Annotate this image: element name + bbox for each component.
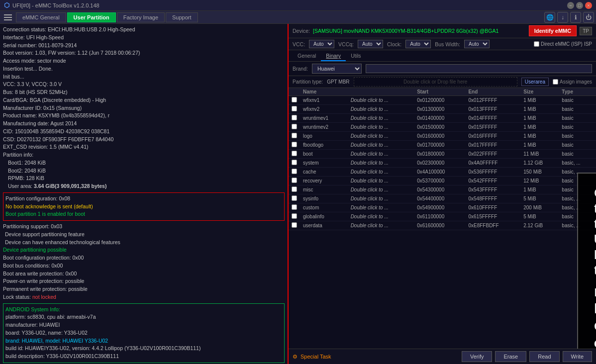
partition-action[interactable]: Double click to ... bbox=[348, 159, 414, 168]
identify-emmc-button[interactable]: Identify eMMC bbox=[529, 25, 577, 36]
partition-action[interactable]: Double click to ... bbox=[348, 177, 414, 185]
row-checkbox[interactable] bbox=[292, 151, 297, 156]
row-checkbox-cell[interactable] bbox=[289, 141, 300, 150]
row-checkbox[interactable] bbox=[292, 186, 297, 192]
hamburger-menu-icon[interactable] bbox=[2, 11, 14, 23]
special-task-button[interactable]: ⚙ Special Task bbox=[293, 354, 331, 360]
partition-action[interactable]: Double click to ... bbox=[348, 105, 414, 114]
partition-action[interactable]: Double click to ... bbox=[348, 221, 414, 230]
partition-size: 1 MiB bbox=[520, 141, 559, 150]
tab-support[interactable]: Support bbox=[166, 12, 198, 22]
verify-button[interactable]: Verify bbox=[462, 351, 493, 362]
assign-images-wrap: Assign images bbox=[553, 79, 592, 85]
partition-name[interactable]: boot bbox=[300, 150, 348, 159]
partition-action[interactable]: Double click to ... bbox=[348, 150, 414, 159]
row-checkbox[interactable] bbox=[292, 213, 297, 219]
row-checkbox[interactable] bbox=[292, 97, 297, 102]
row-checkbox[interactable] bbox=[292, 160, 297, 165]
brand-select[interactable]: Huawei bbox=[312, 64, 362, 74]
partition-action[interactable]: Double click to ... bbox=[348, 132, 414, 141]
row-checkbox[interactable] bbox=[292, 222, 297, 228]
row-checkbox-cell[interactable] bbox=[289, 168, 300, 177]
brand-search-input[interactable] bbox=[366, 64, 592, 73]
row-checkbox-cell[interactable] bbox=[289, 105, 300, 114]
partition-name[interactable]: wfixnv1 bbox=[300, 96, 348, 105]
row-checkbox[interactable] bbox=[292, 204, 297, 210]
row-checkbox-cell[interactable] bbox=[289, 212, 300, 221]
write-button[interactable]: Write bbox=[563, 351, 592, 362]
partition-name[interactable]: wfixnv2 bbox=[300, 105, 348, 114]
col-end: End bbox=[465, 88, 520, 96]
row-checkbox[interactable] bbox=[292, 169, 297, 174]
partition-name[interactable]: globalinfo bbox=[300, 212, 348, 221]
partition-action[interactable]: Double click to ... bbox=[348, 123, 414, 132]
partition-action[interactable]: Double click to ... bbox=[348, 168, 414, 177]
row-checkbox[interactable] bbox=[292, 106, 297, 111]
tab-factory-image[interactable]: Factory Image bbox=[117, 12, 165, 22]
partition-size: 200 MiB bbox=[520, 203, 559, 212]
row-checkbox-cell[interactable] bbox=[289, 132, 300, 141]
partition-start: 0x54300000 bbox=[414, 185, 465, 194]
partition-action[interactable]: Double click to ... bbox=[348, 96, 414, 105]
row-checkbox-cell[interactable] bbox=[289, 185, 300, 194]
row-checkbox-cell[interactable] bbox=[289, 159, 300, 168]
vcc-select[interactable]: Auto bbox=[309, 40, 334, 48]
minimize-button[interactable]: − bbox=[567, 2, 574, 9]
tab-user-partition[interactable]: User Partition bbox=[67, 12, 116, 22]
row-checkbox-cell[interactable] bbox=[289, 221, 300, 230]
download-icon[interactable]: ↓ bbox=[557, 12, 568, 23]
vccq-label: VCCq: bbox=[338, 41, 354, 47]
tab-utils[interactable]: Utils bbox=[346, 51, 366, 61]
tab-emmc-general[interactable]: eMMC General bbox=[16, 12, 66, 22]
power-icon[interactable]: ⏻ bbox=[583, 12, 594, 23]
drop-area[interactable]: Double click or Drop file here bbox=[354, 77, 517, 87]
partition-name[interactable]: misc bbox=[300, 185, 348, 194]
partition-name[interactable]: userdata bbox=[300, 221, 348, 230]
row-checkbox[interactable] bbox=[292, 195, 297, 201]
partition-size: 12 MiB bbox=[520, 177, 559, 185]
partition-name[interactable]: fbootlogo bbox=[300, 141, 348, 150]
close-button[interactable]: × bbox=[585, 2, 592, 9]
row-checkbox-cell[interactable] bbox=[289, 194, 300, 203]
partition-name[interactable]: sysinfo bbox=[300, 194, 348, 203]
partition-action[interactable]: Double click to ... bbox=[348, 141, 414, 150]
partition-action[interactable]: Double click to ... bbox=[348, 212, 414, 221]
partition-name[interactable]: custom bbox=[300, 203, 348, 212]
row-checkbox-cell[interactable] bbox=[289, 123, 300, 132]
bus-width-select[interactable]: Auto bbox=[464, 40, 490, 48]
row-checkbox[interactable] bbox=[292, 133, 297, 138]
partition-action[interactable]: Double click to ... bbox=[348, 203, 414, 212]
partition-action[interactable]: Double click to ... bbox=[348, 185, 414, 194]
row-checkbox[interactable] bbox=[292, 178, 297, 183]
partition-type: basic bbox=[559, 96, 596, 105]
partition-name[interactable]: system bbox=[300, 159, 348, 168]
partition-name[interactable]: wruntimev2 bbox=[300, 123, 348, 132]
direct-emmc-checkbox[interactable] bbox=[534, 41, 539, 47]
read-button[interactable]: Read bbox=[529, 351, 559, 362]
maximize-button[interactable]: □ bbox=[576, 2, 583, 9]
row-checkbox[interactable] bbox=[292, 142, 297, 147]
row-checkbox-cell[interactable] bbox=[289, 96, 300, 105]
device-enhanced: Device can have enhanced technological f… bbox=[3, 239, 285, 247]
tab-general[interactable]: General bbox=[293, 51, 321, 61]
vccq-select[interactable]: Auto bbox=[358, 40, 383, 48]
erase-button[interactable]: Erase bbox=[495, 351, 526, 362]
assign-images-checkbox[interactable] bbox=[553, 79, 558, 85]
info-icon[interactable]: ℹ bbox=[570, 12, 581, 23]
partition-action[interactable]: Double click to ... bbox=[348, 194, 414, 203]
userarea-button[interactable]: Userarea bbox=[521, 78, 549, 86]
globe-icon[interactable]: 🌐 bbox=[544, 12, 555, 23]
row-checkbox-cell[interactable] bbox=[289, 114, 300, 123]
partition-action[interactable]: Double click to ... bbox=[348, 114, 414, 123]
row-checkbox[interactable] bbox=[292, 124, 297, 129]
partition-name[interactable]: logo bbox=[300, 132, 348, 141]
partition-name[interactable]: recovery bbox=[300, 177, 348, 185]
row-checkbox-cell[interactable] bbox=[289, 203, 300, 212]
clock-select[interactable]: Auto bbox=[405, 40, 431, 48]
row-checkbox-cell[interactable] bbox=[289, 177, 300, 185]
partition-name[interactable]: wruntimev1 bbox=[300, 114, 348, 123]
partition-name[interactable]: cache bbox=[300, 168, 348, 177]
row-checkbox-cell[interactable] bbox=[289, 150, 300, 159]
row-checkbox[interactable] bbox=[292, 115, 297, 120]
tab-binary[interactable]: Binary bbox=[321, 51, 346, 61]
